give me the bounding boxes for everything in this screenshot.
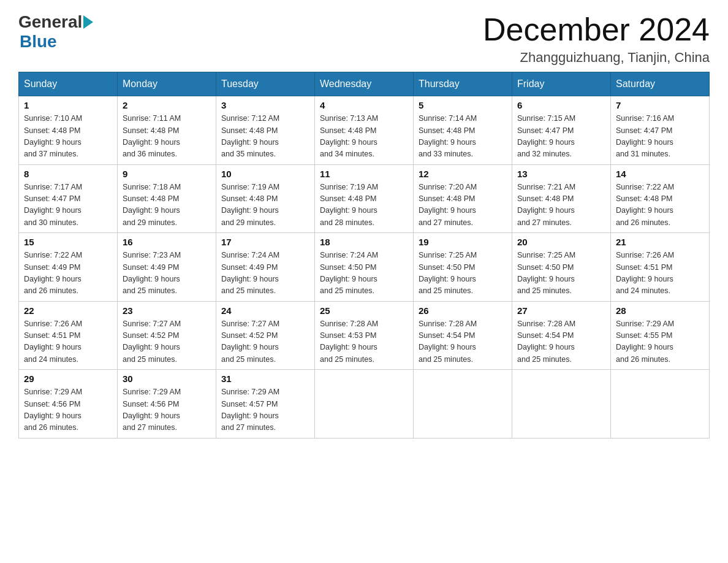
day-number: 3 bbox=[221, 100, 309, 110]
calendar-cell: 26 Sunrise: 7:28 AMSunset: 4:54 PMDaylig… bbox=[414, 301, 512, 370]
day-info: Sunrise: 7:10 AMSunset: 4:48 PMDaylight:… bbox=[24, 114, 82, 158]
calendar-cell: 18 Sunrise: 7:24 AMSunset: 4:50 PMDaylig… bbox=[315, 233, 414, 302]
calendar-cell: 10 Sunrise: 7:19 AMSunset: 4:48 PMDaylig… bbox=[216, 164, 315, 233]
calendar-cell: 13 Sunrise: 7:21 AMSunset: 4:48 PMDaylig… bbox=[512, 164, 611, 233]
calendar-cell: 23 Sunrise: 7:27 AMSunset: 4:52 PMDaylig… bbox=[118, 301, 216, 370]
calendar-cell: 4 Sunrise: 7:13 AMSunset: 4:48 PMDayligh… bbox=[315, 96, 414, 165]
calendar-cell bbox=[414, 370, 512, 439]
calendar-table: SundayMondayTuesdayWednesdayThursdayFrid… bbox=[18, 72, 710, 439]
calendar-week-row: 1 Sunrise: 7:10 AMSunset: 4:48 PMDayligh… bbox=[19, 96, 710, 165]
calendar-cell: 8 Sunrise: 7:17 AMSunset: 4:47 PMDayligh… bbox=[19, 164, 118, 233]
day-info: Sunrise: 7:29 AMSunset: 4:56 PMDaylight:… bbox=[123, 388, 181, 432]
weekday-header-saturday: Saturday bbox=[611, 72, 710, 96]
day-info: Sunrise: 7:28 AMSunset: 4:53 PMDaylight:… bbox=[320, 320, 378, 364]
day-number: 28 bbox=[616, 305, 704, 316]
logo-row1: General bbox=[18, 12, 94, 32]
day-info: Sunrise: 7:27 AMSunset: 4:52 PMDaylight:… bbox=[123, 320, 181, 364]
day-number: 11 bbox=[320, 169, 408, 179]
day-info: Sunrise: 7:12 AMSunset: 4:48 PMDaylight:… bbox=[221, 114, 279, 158]
day-info: Sunrise: 7:15 AMSunset: 4:47 PMDaylight:… bbox=[517, 114, 575, 158]
day-info: Sunrise: 7:23 AMSunset: 4:49 PMDaylight:… bbox=[123, 251, 181, 295]
calendar-cell: 15 Sunrise: 7:22 AMSunset: 4:49 PMDaylig… bbox=[19, 233, 118, 302]
calendar-cell: 7 Sunrise: 7:16 AMSunset: 4:47 PMDayligh… bbox=[611, 96, 710, 165]
day-info: Sunrise: 7:14 AMSunset: 4:48 PMDaylight:… bbox=[419, 114, 477, 158]
day-number: 12 bbox=[419, 169, 507, 179]
calendar-week-row: 8 Sunrise: 7:17 AMSunset: 4:47 PMDayligh… bbox=[19, 164, 710, 233]
day-number: 20 bbox=[517, 237, 605, 247]
day-number: 1 bbox=[24, 100, 112, 110]
day-info: Sunrise: 7:29 AMSunset: 4:57 PMDaylight:… bbox=[221, 388, 279, 432]
day-info: Sunrise: 7:25 AMSunset: 4:50 PMDaylight:… bbox=[517, 251, 575, 295]
title-block: December 2024 Zhangguizhuang, Tianjin, C… bbox=[483, 12, 710, 66]
calendar-cell: 28 Sunrise: 7:29 AMSunset: 4:55 PMDaylig… bbox=[611, 301, 710, 370]
logo: General Blue bbox=[18, 12, 94, 52]
calendar-cell bbox=[315, 370, 414, 439]
day-number: 21 bbox=[616, 237, 704, 247]
day-info: Sunrise: 7:28 AMSunset: 4:54 PMDaylight:… bbox=[419, 320, 477, 364]
location-subtitle: Zhangguizhuang, Tianjin, China bbox=[483, 50, 710, 66]
day-info: Sunrise: 7:19 AMSunset: 4:48 PMDaylight:… bbox=[221, 183, 279, 227]
day-info: Sunrise: 7:21 AMSunset: 4:48 PMDaylight:… bbox=[517, 183, 575, 227]
day-number: 26 bbox=[419, 305, 507, 316]
day-number: 15 bbox=[24, 237, 112, 247]
day-info: Sunrise: 7:26 AMSunset: 4:51 PMDaylight:… bbox=[616, 251, 674, 295]
day-number: 2 bbox=[123, 100, 211, 110]
calendar-cell: 6 Sunrise: 7:15 AMSunset: 4:47 PMDayligh… bbox=[512, 96, 611, 165]
calendar-cell: 2 Sunrise: 7:11 AMSunset: 4:48 PMDayligh… bbox=[118, 96, 216, 165]
calendar-cell: 19 Sunrise: 7:25 AMSunset: 4:50 PMDaylig… bbox=[414, 233, 512, 302]
calendar-week-row: 29 Sunrise: 7:29 AMSunset: 4:56 PMDaylig… bbox=[19, 370, 710, 439]
day-number: 7 bbox=[616, 100, 704, 110]
calendar-cell: 1 Sunrise: 7:10 AMSunset: 4:48 PMDayligh… bbox=[19, 96, 118, 165]
day-number: 19 bbox=[419, 237, 507, 247]
day-number: 6 bbox=[517, 100, 605, 110]
day-number: 30 bbox=[123, 373, 211, 384]
day-number: 27 bbox=[517, 305, 605, 316]
calendar-cell: 17 Sunrise: 7:24 AMSunset: 4:49 PMDaylig… bbox=[216, 233, 315, 302]
day-info: Sunrise: 7:18 AMSunset: 4:48 PMDaylight:… bbox=[123, 183, 181, 227]
day-info: Sunrise: 7:22 AMSunset: 4:49 PMDaylight:… bbox=[24, 251, 82, 295]
day-number: 24 bbox=[221, 305, 309, 316]
day-info: Sunrise: 7:16 AMSunset: 4:47 PMDaylight:… bbox=[616, 114, 674, 158]
day-number: 9 bbox=[123, 169, 211, 179]
day-number: 5 bbox=[419, 100, 507, 110]
day-info: Sunrise: 7:25 AMSunset: 4:50 PMDaylight:… bbox=[419, 251, 477, 295]
day-info: Sunrise: 7:29 AMSunset: 4:56 PMDaylight:… bbox=[24, 388, 82, 432]
calendar-cell: 22 Sunrise: 7:26 AMSunset: 4:51 PMDaylig… bbox=[19, 301, 118, 370]
day-number: 13 bbox=[517, 169, 605, 179]
calendar-cell: 29 Sunrise: 7:29 AMSunset: 4:56 PMDaylig… bbox=[19, 370, 118, 439]
day-number: 14 bbox=[616, 169, 704, 179]
day-number: 8 bbox=[24, 169, 112, 179]
day-info: Sunrise: 7:19 AMSunset: 4:48 PMDaylight:… bbox=[320, 183, 378, 227]
calendar-cell: 21 Sunrise: 7:26 AMSunset: 4:51 PMDaylig… bbox=[611, 233, 710, 302]
calendar-header-row: SundayMondayTuesdayWednesdayThursdayFrid… bbox=[19, 72, 710, 96]
logo-blue: Blue bbox=[20, 32, 94, 52]
weekday-header-thursday: Thursday bbox=[414, 72, 512, 96]
weekday-header-monday: Monday bbox=[118, 72, 216, 96]
weekday-header-friday: Friday bbox=[512, 72, 611, 96]
logo-arrow-icon bbox=[83, 15, 93, 29]
day-info: Sunrise: 7:28 AMSunset: 4:54 PMDaylight:… bbox=[517, 320, 575, 364]
weekday-header-tuesday: Tuesday bbox=[216, 72, 315, 96]
calendar-cell bbox=[512, 370, 611, 439]
calendar-cell: 24 Sunrise: 7:27 AMSunset: 4:52 PMDaylig… bbox=[216, 301, 315, 370]
day-info: Sunrise: 7:11 AMSunset: 4:48 PMDaylight:… bbox=[123, 114, 181, 158]
day-number: 10 bbox=[221, 169, 309, 179]
day-number: 22 bbox=[24, 305, 112, 316]
day-info: Sunrise: 7:17 AMSunset: 4:47 PMDaylight:… bbox=[24, 183, 82, 227]
day-number: 17 bbox=[221, 237, 309, 247]
calendar-cell: 5 Sunrise: 7:14 AMSunset: 4:48 PMDayligh… bbox=[414, 96, 512, 165]
calendar-cell: 30 Sunrise: 7:29 AMSunset: 4:56 PMDaylig… bbox=[118, 370, 216, 439]
day-number: 23 bbox=[123, 305, 211, 316]
calendar-cell: 14 Sunrise: 7:22 AMSunset: 4:48 PMDaylig… bbox=[611, 164, 710, 233]
calendar-cell: 25 Sunrise: 7:28 AMSunset: 4:53 PMDaylig… bbox=[315, 301, 414, 370]
day-info: Sunrise: 7:13 AMSunset: 4:48 PMDaylight:… bbox=[320, 114, 378, 158]
month-title: December 2024 bbox=[483, 12, 710, 47]
logo-general: General bbox=[18, 12, 82, 32]
calendar-cell: 20 Sunrise: 7:25 AMSunset: 4:50 PMDaylig… bbox=[512, 233, 611, 302]
day-info: Sunrise: 7:29 AMSunset: 4:55 PMDaylight:… bbox=[616, 320, 674, 364]
page-header: General Blue December 2024 Zhangguizhuan… bbox=[18, 12, 710, 66]
calendar-cell: 3 Sunrise: 7:12 AMSunset: 4:48 PMDayligh… bbox=[216, 96, 315, 165]
calendar-cell: 27 Sunrise: 7:28 AMSunset: 4:54 PMDaylig… bbox=[512, 301, 611, 370]
calendar-cell: 9 Sunrise: 7:18 AMSunset: 4:48 PMDayligh… bbox=[118, 164, 216, 233]
day-number: 25 bbox=[320, 305, 408, 316]
